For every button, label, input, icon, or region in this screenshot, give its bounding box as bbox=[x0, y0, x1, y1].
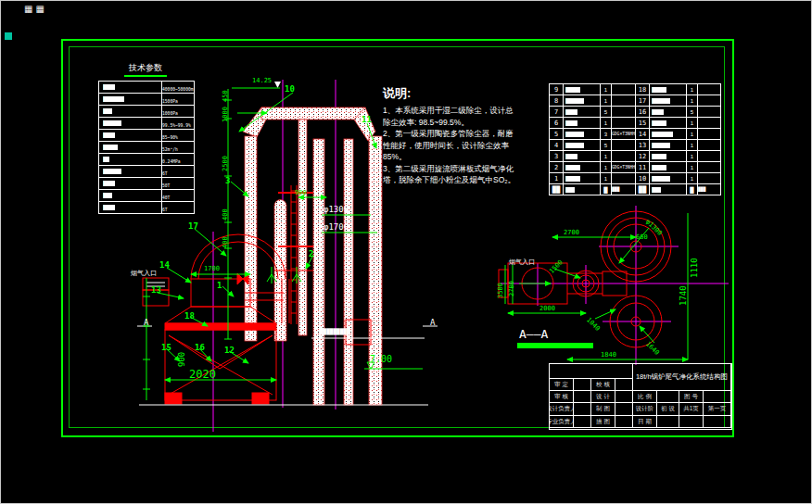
cad-screen: { "colors":{"frame_green":"#00ff00","lin… bbox=[0, 0, 812, 504]
elev-7-00: 7.00 bbox=[370, 355, 392, 364]
part-balloon-10: 10 bbox=[285, 85, 295, 94]
part-balloon-16: 16 bbox=[195, 344, 205, 352]
part-balloon-3: 3 bbox=[225, 177, 230, 185]
dim-1500: 1500 bbox=[549, 259, 565, 275]
dim-2700-left: 2700 bbox=[509, 281, 515, 296]
dim-1740: 1740 bbox=[679, 285, 688, 306]
dim-1640: 1640 bbox=[644, 341, 660, 357]
dim-900v: 900 bbox=[178, 352, 186, 367]
annotation-layer: 14.2545010002500400400900φ1300φ170017002… bbox=[0, 0, 812, 504]
part-balloon-13: 13 bbox=[151, 286, 161, 295]
dim-1700: 1700 bbox=[204, 266, 220, 272]
dim-2020: 2020 bbox=[189, 369, 216, 380]
part-balloon-17: 17 bbox=[188, 222, 198, 231]
dim-660: 660 bbox=[636, 234, 648, 241]
part-balloon-14: 14 bbox=[159, 261, 170, 270]
part-balloon-12: 12 bbox=[224, 346, 235, 355]
label-outlet-blocks: █████████ bbox=[320, 329, 350, 334]
dim-phi1700: φ1700 bbox=[324, 223, 349, 232]
dim-2500: 2500 bbox=[222, 156, 229, 171]
dim-450: 450 bbox=[222, 90, 229, 102]
section-mark-a-right: A bbox=[430, 319, 435, 327]
part-balloon-11: 11 bbox=[362, 116, 372, 124]
dim-1110: 1110 bbox=[691, 258, 699, 278]
dim-2000: 2000 bbox=[539, 306, 555, 312]
dim-400b: 400 bbox=[222, 236, 229, 248]
section-title: A——A bbox=[519, 328, 548, 340]
label-gas-inlet-section: 烟气入口 bbox=[509, 259, 535, 266]
dim-3500: 3500 bbox=[498, 283, 504, 298]
part-balloon-18: 18 bbox=[184, 312, 195, 321]
section-mark-a-left: A bbox=[144, 319, 148, 327]
label-gas-inlet-main: 烟气入口 bbox=[131, 271, 157, 277]
dim-1040: 1040 bbox=[585, 317, 601, 333]
part-balloon-2: 2 bbox=[309, 250, 313, 258]
part-balloon-1: 1 bbox=[217, 282, 222, 290]
part-balloon-15: 15 bbox=[161, 344, 171, 352]
dim-14-25: 14.25 bbox=[252, 78, 272, 84]
dim-phi1300: φ1300 bbox=[324, 206, 349, 214]
dim-900h: 900 bbox=[295, 190, 307, 196]
dim-2700-top: 2700 bbox=[564, 230, 579, 236]
dim-1000: 1000 bbox=[222, 107, 229, 122]
dim-400a: 400 bbox=[222, 208, 229, 220]
dim-1840: 1840 bbox=[601, 352, 616, 359]
